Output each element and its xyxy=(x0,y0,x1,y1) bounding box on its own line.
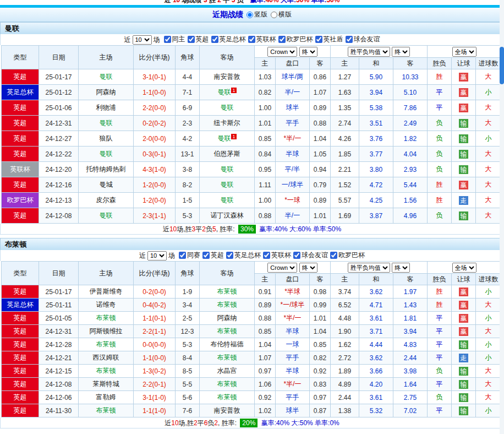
away-team[interactable]: 曼联 xyxy=(221,165,234,173)
home-team[interactable]: 布莱顿 xyxy=(96,406,116,414)
score[interactable]: 3-1(0-1) xyxy=(134,69,176,85)
filter-checkbox[interactable]: 英联杯 xyxy=(248,35,276,44)
home-team[interactable]: 诺维奇 xyxy=(96,301,116,308)
home-team[interactable]: 西汉姆联 xyxy=(93,354,119,361)
away-team[interactable]: 南安普敦 xyxy=(214,406,240,414)
checkbox-input[interactable] xyxy=(248,36,255,43)
checkbox-input[interactable] xyxy=(263,252,270,259)
away-team[interactable]: 布莱顿 xyxy=(217,327,237,335)
score[interactable]: 0-4(0-2) xyxy=(134,299,176,312)
away-team[interactable]: 布莱顿 xyxy=(217,380,237,388)
filter-checkbox[interactable]: 欧罗巴杯 xyxy=(278,35,313,44)
score[interactable]: 1-1(1-0) xyxy=(134,404,176,417)
odds-stage-select[interactable]: 终 xyxy=(299,47,317,57)
score[interactable]: 0-0(0-0) xyxy=(134,338,176,351)
away-team[interactable]: 水晶宫 xyxy=(217,367,237,375)
away-team[interactable]: 曼联 xyxy=(217,134,231,142)
filter-checkbox[interactable]: 英超 xyxy=(202,251,224,260)
checkbox-input[interactable] xyxy=(315,36,322,43)
score[interactable]: 0-2(0-0) xyxy=(134,285,176,299)
avg-stage-select[interactable]: 终 xyxy=(392,47,410,57)
filter-checkbox[interactable]: 欧罗巴杯 xyxy=(330,251,365,260)
away-team[interactable]: 南安普敦 xyxy=(214,73,240,80)
layout-radio-vertical[interactable]: 竖版 xyxy=(246,10,267,19)
bookmaker-select[interactable]: Crown xyxy=(267,47,297,57)
home-team[interactable]: 曼联 xyxy=(100,211,113,219)
away-team[interactable]: 布伦特福德 xyxy=(211,340,244,348)
near-count-select[interactable]: 10 xyxy=(147,251,167,261)
home-team[interactable]: 富勒姆 xyxy=(96,393,116,401)
score[interactable]: 2-3(1-1) xyxy=(134,208,176,224)
away-team[interactable]: 曼联 xyxy=(221,196,234,204)
filter-checkbox[interactable]: 英超 xyxy=(188,35,209,44)
score[interactable]: 1-3(0-2) xyxy=(134,365,176,378)
score[interactable]: 0-2(0-2) xyxy=(134,116,176,131)
home-team[interactable]: 曼联 xyxy=(100,119,113,127)
away-team[interactable]: 布莱顿 xyxy=(217,393,237,401)
away-team[interactable]: 布莱顿 xyxy=(217,287,237,295)
checkbox-input[interactable] xyxy=(293,252,300,259)
wdl-avg-select[interactable]: 胜平负均值 xyxy=(348,47,390,57)
filter-checkbox[interactable]: 球会友谊 xyxy=(346,35,380,44)
scope-select[interactable]: 全场 xyxy=(452,263,476,273)
filter-checkbox[interactable]: 同赛 xyxy=(179,251,200,260)
home-team[interactable]: 布莱顿 xyxy=(96,367,116,375)
score[interactable]: 3-1(1-0) xyxy=(134,391,176,404)
home-team[interactable]: 利物浦 xyxy=(96,104,116,111)
home-team[interactable]: 阿森纳 xyxy=(96,88,116,96)
away-team[interactable]: 曼联 xyxy=(221,181,234,188)
score[interactable]: 2-2(1-1) xyxy=(134,325,176,338)
home-team[interactable]: 布莱顿 xyxy=(96,340,116,348)
home-team[interactable]: 曼联 xyxy=(100,73,113,80)
score[interactable]: 4-3(1-0) xyxy=(134,162,176,177)
score[interactable]: 2-0(0-0) xyxy=(134,131,176,147)
away-team[interactable]: 纽卡斯尔 xyxy=(214,119,240,127)
filter-checkbox[interactable]: 英足总杯 xyxy=(226,251,261,260)
away-team[interactable]: 伯恩茅斯 xyxy=(214,150,240,158)
score[interactable]: 2-2(0-1) xyxy=(134,378,176,391)
home-team[interactable]: 曼城 xyxy=(100,181,113,188)
home-team[interactable]: 布莱顿 xyxy=(96,314,116,322)
checkbox-input[interactable] xyxy=(179,252,186,259)
checkbox-input[interactable] xyxy=(346,36,353,43)
home-team[interactable]: 莱斯特城 xyxy=(93,380,119,388)
checkbox-input[interactable] xyxy=(164,36,171,43)
home-team[interactable]: 伊普斯维奇 xyxy=(90,287,123,295)
away-team[interactable]: 曼联 xyxy=(221,104,234,111)
filter-checkbox[interactable]: 英联杯 xyxy=(263,251,291,260)
score[interactable]: 1-1(0-1) xyxy=(134,312,176,325)
checkbox-input[interactable] xyxy=(188,36,195,43)
checkbox-input[interactable] xyxy=(278,36,286,43)
score[interactable]: 2-2(0-0) xyxy=(134,100,176,116)
radio-vertical-input[interactable] xyxy=(246,12,253,18)
filter-checkbox[interactable]: 英足总杯 xyxy=(211,35,246,44)
score[interactable]: 0-3(0-1) xyxy=(134,147,176,162)
checkbox-input[interactable] xyxy=(202,252,210,259)
home-team[interactable]: 托特纳姆热刺 xyxy=(86,165,126,173)
away-team[interactable]: 诺丁汉森林 xyxy=(211,211,244,219)
layout-radio-horizontal[interactable]: 横版 xyxy=(271,10,292,19)
wdl-avg-select[interactable]: 胜平负均值 xyxy=(348,263,390,273)
filter-checkbox[interactable]: 球会友谊 xyxy=(293,251,328,260)
away-team[interactable]: 阿森纳 xyxy=(217,314,237,322)
home-team[interactable]: 阿斯顿维拉 xyxy=(90,327,123,335)
score[interactable]: 1-2(0-0) xyxy=(134,193,176,208)
page-scrollbar[interactable] xyxy=(500,0,504,434)
filter-checkbox[interactable]: 英社盾 xyxy=(315,35,343,44)
scope-select[interactable]: 全场 xyxy=(452,47,476,57)
score[interactable]: 1-1(0-0) xyxy=(134,351,176,365)
checkbox-input[interactable] xyxy=(226,252,233,259)
checkbox-input[interactable] xyxy=(211,36,218,43)
bookmaker-select[interactable]: Crown xyxy=(267,263,297,273)
checkbox-input[interactable] xyxy=(330,252,337,259)
odds-stage-select[interactable]: 终 xyxy=(299,263,317,273)
home-team[interactable]: 皮尔森 xyxy=(96,196,116,204)
home-team[interactable]: 狼队 xyxy=(100,134,113,142)
avg-stage-select[interactable]: 终 xyxy=(392,263,410,273)
radio-horizontal-input[interactable] xyxy=(271,12,277,18)
away-team[interactable]: 布莱顿 xyxy=(217,354,237,361)
filter-checkbox[interactable]: 同主 xyxy=(164,35,185,44)
away-team[interactable]: 曼联 xyxy=(217,88,231,96)
home-team[interactable]: 曼联 xyxy=(100,150,113,158)
away-team[interactable]: 布莱顿 xyxy=(217,301,237,308)
